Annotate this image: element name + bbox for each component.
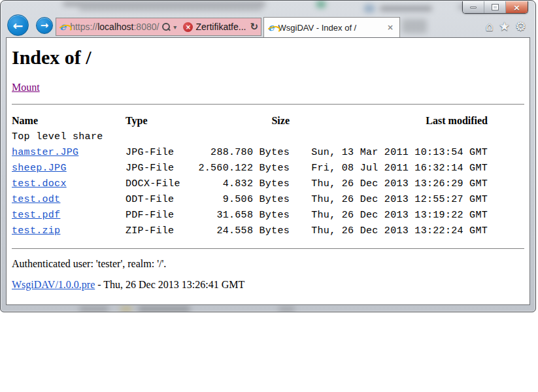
settings-gear-icon[interactable]: ⚙ [515, 19, 526, 33]
file-size: 31.658 Bytes [195, 208, 290, 223]
blurred-taskbar-item [79, 306, 109, 312]
server-signature: WsgiDAV/1.0.0.pre - Thu, 26 Dec 2013 13:… [12, 279, 524, 291]
share-note: Top level share [12, 129, 488, 145]
file-type: ZIP-File [126, 223, 195, 239]
table-row: test.zip ZIP-File 24.558 Bytes Thu, 26 D… [12, 223, 488, 239]
minimize-icon [470, 7, 477, 8]
search-icon[interactable] [161, 23, 170, 31]
window-caption-buttons: × [462, 1, 528, 14]
browser-toolbar: ⌂ ★ ⚙ [486, 19, 526, 33]
minimize-button[interactable] [463, 1, 484, 13]
file-type: DOCX-File [126, 176, 195, 192]
forward-arrow-icon: → [41, 20, 49, 31]
blurred-desktop-item [63, 2, 265, 6]
file-modified: Sun, 13 Mar 2011 10:13:54 GMT [290, 145, 488, 161]
blurred-taskbar-item [120, 306, 132, 312]
table-row: sheep.JPG JPG-File 2.560.122 Bytes Fri, … [12, 161, 488, 176]
favorites-star-icon[interactable]: ★ [499, 19, 510, 33]
certificate-error-button[interactable]: Zertifikatfe... [195, 22, 246, 32]
ie-favicon: e [59, 22, 66, 32]
url-host: localhost [97, 22, 133, 32]
url-scheme: https:// [70, 22, 97, 32]
blurred-desktop-item [364, 5, 375, 12]
browser-tab[interactable]: e WsgiDAV - Index of / × [263, 17, 400, 37]
restore-button[interactable] [484, 1, 506, 13]
file-size: 9.506 Bytes [195, 192, 290, 208]
file-type: JPG-File [126, 161, 195, 176]
server-version-link[interactable]: WsgiDAV/1.0.0.pre [12, 279, 95, 290]
file-link[interactable]: test.docx [12, 178, 67, 189]
table-row: hamster.JPG JPG-File 288.780 Bytes Sun, … [12, 145, 488, 161]
column-header-modified: Last modified [290, 112, 488, 129]
address-bar[interactable]: e https://localhost:8080/ ▾ × Zertifikat… [56, 18, 261, 36]
file-modified: Thu, 26 Dec 2013 12:55:27 GMT [290, 192, 488, 208]
home-icon[interactable]: ⌂ [486, 19, 494, 33]
file-type: JPG-File [126, 145, 195, 161]
file-link[interactable]: sheep.JPG [12, 163, 67, 174]
file-listing-table: Name Type Size Last modified Top level s… [12, 112, 488, 239]
file-link[interactable]: hamster.JPG [12, 147, 78, 158]
mount-link[interactable]: Mount [12, 82, 40, 93]
blurred-desktop-item [316, 1, 326, 8]
file-modified: Thu, 26 Dec 2013 13:22:24 GMT [290, 223, 488, 239]
column-header-size: Size [195, 112, 290, 129]
file-link[interactable]: test.odt [12, 194, 60, 205]
column-header-name: Name [12, 112, 126, 129]
close-button[interactable]: × [506, 1, 528, 13]
restore-icon [492, 5, 498, 10]
tab-title: WsgiDAV - Index of / [278, 23, 385, 33]
page-title: Index of / [12, 46, 524, 69]
tab-close-icon[interactable]: × [385, 22, 395, 33]
file-size: 4.832 Bytes [195, 176, 290, 192]
table-row: test.odt ODT-File 9.506 Bytes Thu, 26 De… [12, 192, 488, 208]
url-port-path: :8080/ [133, 22, 159, 32]
column-header-type: Type [126, 112, 195, 129]
divider [12, 104, 524, 105]
table-note-row: Top level share [12, 129, 488, 145]
close-icon: × [513, 3, 520, 12]
back-button[interactable]: ← [7, 14, 29, 36]
table-row: test.pdf PDF-File 31.658 Bytes Thu, 26 D… [12, 208, 488, 223]
blurred-taskbar-item [278, 306, 295, 312]
server-timestamp: - Thu, 26 Dec 2013 13:26:41 GMT [95, 279, 244, 290]
tab-favicon: e [268, 23, 275, 33]
browser-window: × ← → e https://localhost:8080/ ▾ × Zert… [0, 0, 536, 312]
forward-button[interactable]: → [36, 17, 53, 34]
file-modified: Fri, 08 Jul 2011 16:32:14 GMT [290, 161, 488, 176]
divider [12, 248, 524, 249]
search-dropdown-caret-icon[interactable]: ▾ [173, 24, 177, 31]
authenticated-user-text: Authenticated user: 'tester', realm: '/'… [12, 258, 524, 270]
file-size: 288.780 Bytes [195, 145, 290, 161]
file-link[interactable]: test.pdf [12, 210, 60, 221]
file-size: 2.560.122 Bytes [195, 161, 290, 176]
file-type: PDF-File [126, 208, 195, 223]
file-link[interactable]: test.zip [12, 225, 60, 237]
file-modified: Thu, 26 Dec 2013 13:26:29 GMT [290, 176, 488, 192]
file-type: ODT-File [126, 192, 195, 208]
blurred-taskbar-item [138, 306, 190, 312]
page-viewport: Index of / Mount Name Type Size Last mod… [6, 37, 530, 305]
file-modified: Thu, 26 Dec 2013 13:19:22 GMT [290, 208, 488, 223]
blurred-desktop-item [380, 6, 432, 11]
table-row: test.docx DOCX-File 4.832 Bytes Thu, 26 … [12, 176, 488, 192]
table-header-row: Name Type Size Last modified [12, 112, 488, 129]
file-size: 24.558 Bytes [195, 223, 290, 239]
certificate-error-icon: × [183, 22, 193, 32]
refresh-icon[interactable]: ↻ [250, 22, 258, 32]
back-arrow-icon: ← [13, 18, 24, 33]
blurred-desktop-item [79, 7, 262, 10]
blurred-desktop-item [402, 19, 427, 33]
